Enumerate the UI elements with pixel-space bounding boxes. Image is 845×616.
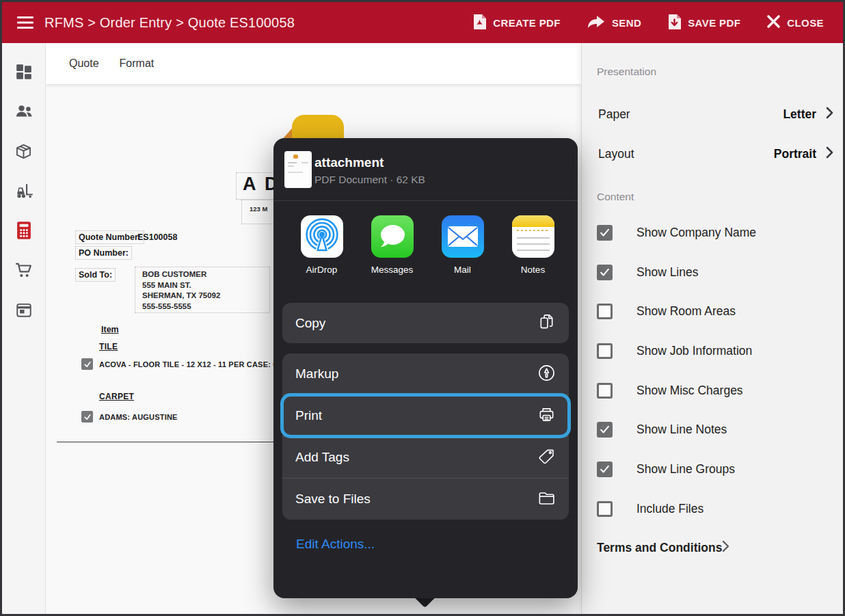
show-lines-row[interactable]: Show Lines [582, 252, 843, 292]
edit-actions-link[interactable]: Edit Actions... [296, 537, 375, 552]
paper-row[interactable]: Paper Letter [582, 95, 843, 133]
share-app-appstore[interactable]: Apo [568, 215, 578, 275]
app-label: AirDrop [306, 265, 338, 275]
save-to-files-action[interactable]: Save to Files [282, 478, 569, 520]
save-pdf-icon [667, 14, 682, 32]
copy-icon [537, 312, 556, 334]
show-line-groups-checkbox[interactable] [597, 461, 613, 477]
sidebar-item-customers[interactable] [2, 93, 46, 133]
sidebar-item-warehouse[interactable] [2, 172, 46, 212]
line-group-carpet: CARPET [99, 392, 134, 401]
show-misc-charges-row[interactable]: Show Misc Charges [582, 371, 843, 410]
attachment-title: attachment [314, 155, 384, 170]
share-action-group: Markup Print Add Tags Save to Files [282, 353, 569, 520]
create-pdf-label: CREATE PDF [493, 17, 561, 29]
sidebar-item-inventory[interactable] [2, 133, 46, 172]
checkbox-label: Show Lines [636, 265, 698, 280]
sold-to-line: BOB CUSTOMER [142, 269, 263, 280]
include-files-row[interactable]: Include Files [582, 489, 843, 528]
checkbox-label: Include Files [636, 502, 703, 516]
share-app-airdrop[interactable]: AirDrop [286, 215, 357, 275]
save-pdf-label: SAVE PDF [688, 17, 740, 29]
close-icon [766, 14, 781, 31]
company-address-text: 123 M [250, 205, 267, 213]
show-misc-charges-checkbox[interactable] [597, 383, 613, 399]
sold-to-value[interactable]: BOB CUSTOMER 555 MAIN ST. SHERMAN, TX 75… [135, 267, 270, 313]
pdf-file-icon [472, 14, 487, 32]
add-tags-label: Add Tags [295, 450, 349, 465]
tab-quote[interactable]: Quote [69, 57, 99, 70]
paper-value: Letter [783, 107, 826, 122]
sold-to-line: 555-555-5555 [142, 302, 263, 312]
send-button[interactable]: SEND [587, 14, 641, 31]
po-number-label[interactable]: PO Number: [75, 246, 132, 260]
app-label: Mail [454, 265, 471, 275]
line-group-tile: TILE [99, 342, 118, 351]
paper-label: Paper [598, 107, 630, 122]
show-job-information-row[interactable]: Show Job Information [582, 331, 843, 371]
show-job-information-checkbox[interactable] [597, 343, 613, 359]
markup-action[interactable]: Markup [282, 353, 569, 394]
format-panel: Presentation Paper Letter Layout Portrai… [581, 43, 843, 614]
create-pdf-button[interactable]: CREATE PDF [472, 14, 561, 32]
checkbox-label: Show Job Information [636, 344, 752, 358]
terms-and-conditions-row[interactable]: Terms and Conditions [582, 528, 843, 567]
notes-icon [512, 215, 554, 258]
sidebar-item-quote-calculator[interactable] [2, 212, 46, 252]
printer-icon [537, 405, 556, 427]
show-line-groups-row[interactable]: Show Line Groups [582, 449, 843, 489]
sidebar-item-orders[interactable] [2, 252, 46, 291]
line-item-checkbox[interactable] [81, 358, 93, 370]
share-action-group: Copy [282, 303, 569, 343]
sidebar-item-schedule[interactable] [2, 291, 46, 331]
top-bar: RFMS > Order Entry > Quote ES100058 CREA… [2, 2, 843, 43]
send-arrow-icon [587, 14, 606, 31]
add-tags-action[interactable]: Add Tags [282, 436, 569, 478]
include-files-checkbox[interactable] [597, 501, 613, 517]
sidebar-item-dashboard[interactable] [2, 53, 46, 93]
layout-value: Portrait [774, 147, 826, 161]
attachment-meta: PDF Document · 62 KB [314, 174, 425, 186]
checkbox-label: Show Misc Charges [636, 384, 743, 398]
print-action[interactable]: Print [282, 394, 569, 436]
markup-label: Markup [295, 366, 338, 381]
app-window: RFMS > Order Entry > Quote ES100058 CREA… [0, 0, 845, 616]
save-pdf-button[interactable]: SAVE PDF [667, 14, 740, 32]
line-item-row[interactable]: ACOVA - FLOOR TILE - 12 X12 - 11 PER CAS… [81, 358, 279, 370]
share-apps-row: AirDrop Messages Mail Notes [273, 201, 578, 303]
chevron-right-icon [722, 540, 729, 555]
tag-icon [537, 447, 556, 468]
line-item-checkbox[interactable] [81, 411, 93, 423]
show-line-notes-checkbox[interactable] [597, 422, 613, 438]
share-app-mail[interactable]: Mail [427, 215, 498, 275]
mail-icon [442, 215, 484, 258]
line-item-row[interactable]: ADAMS: AUGUSTINE [81, 411, 178, 423]
layout-row[interactable]: Layout Portrait [582, 135, 843, 173]
quote-number-label[interactable]: Quote Number: [75, 230, 144, 244]
menu-icon[interactable] [17, 16, 33, 29]
show-company-name-checkbox[interactable] [597, 225, 613, 241]
folder-icon [537, 489, 556, 510]
send-label: SEND [612, 17, 641, 29]
show-lines-checkbox[interactable] [597, 265, 613, 280]
share-sheet: attachment PDF Document · 62 KB AirDrop … [273, 138, 578, 598]
checkbox-label: Show Line Notes [636, 423, 727, 437]
sold-to-line: 555 MAIN ST. [142, 280, 263, 291]
close-label: CLOSE [787, 17, 824, 29]
show-room-areas-row[interactable]: Show Room Areas [582, 291, 843, 331]
copy-action[interactable]: Copy [282, 303, 569, 343]
inventory-box-icon [14, 142, 33, 163]
share-app-notes[interactable]: Notes [498, 215, 568, 275]
sold-to-label[interactable]: Sold To: [75, 268, 116, 282]
close-button[interactable]: CLOSE [766, 14, 824, 31]
tab-format[interactable]: Format [120, 57, 155, 70]
terms-label: Terms and Conditions [597, 541, 722, 555]
dashboard-icon [15, 63, 33, 83]
show-line-notes-row[interactable]: Show Line Notes [582, 410, 843, 449]
checkbox-label: Show Room Areas [636, 304, 736, 319]
show-company-name-row[interactable]: Show Company Name [582, 213, 843, 252]
app-label: Notes [521, 265, 545, 275]
show-room-areas-checkbox[interactable] [597, 304, 613, 319]
nav-sidebar [2, 43, 46, 614]
share-app-messages[interactable]: Messages [357, 215, 427, 275]
